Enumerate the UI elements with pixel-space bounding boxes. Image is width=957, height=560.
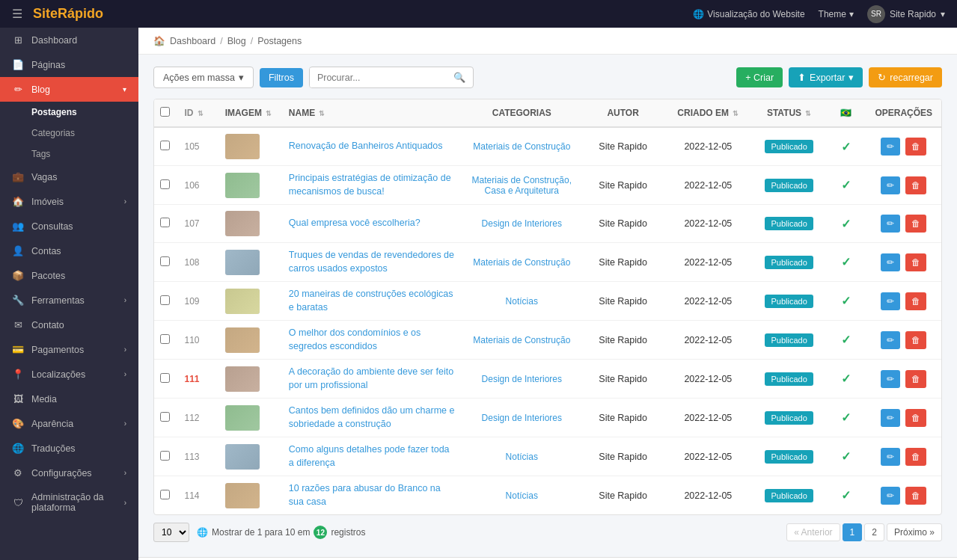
acoes-em-massa-button[interactable]: Ações em massa ▾ xyxy=(153,67,254,88)
edit-button-114[interactable]: ✏ xyxy=(881,487,900,505)
row-checkbox-106[interactable] xyxy=(160,179,170,189)
search-input[interactable] xyxy=(310,68,446,87)
sidebar-item-contas[interactable]: 👤 Contas xyxy=(0,239,138,263)
sidebar-item-aparencia[interactable]: 🎨 Aparência › xyxy=(0,411,138,436)
sidebar-item-traducoes[interactable]: 🌐 Traduções xyxy=(0,436,138,461)
post-name-link[interactable]: Renovação de Banheiros Antiquados xyxy=(289,141,443,151)
sidebar-item-consultas[interactable]: 👥 Consultas xyxy=(0,214,138,239)
delete-button-113[interactable]: 🗑 xyxy=(905,448,926,466)
page-size-select[interactable]: 10 25 50 xyxy=(153,523,189,542)
post-name-link[interactable]: A decoração do ambiente deve ser feito p… xyxy=(289,366,453,390)
select-all-checkbox[interactable] xyxy=(160,107,170,117)
sidebar-item-contato[interactable]: ✉ Contato xyxy=(0,313,138,337)
header-criado-em[interactable]: CRIADO EM ⇅ xyxy=(664,99,753,127)
delete-button-111[interactable]: 🗑 xyxy=(905,370,926,388)
delete-button-114[interactable]: 🗑 xyxy=(905,487,926,505)
edit-button-107[interactable]: ✏ xyxy=(881,215,900,233)
page-2-button[interactable]: 2 xyxy=(864,523,884,541)
sidebar-item-media[interactable]: 🖼 Media xyxy=(0,387,138,411)
row-checkbox-110[interactable] xyxy=(160,334,170,344)
sidebar-item-paginas[interactable]: 📄 Páginas xyxy=(0,52,138,77)
category-link[interactable]: Notícias xyxy=(467,296,576,307)
criar-button[interactable]: + Criar xyxy=(736,67,783,87)
post-name-link[interactable]: Qual empresa você escolheria? xyxy=(289,218,421,228)
row-flag-cell: ✓ xyxy=(825,437,866,476)
sidebar-item-configuracoes[interactable]: ⚙ Configurações › xyxy=(0,461,138,485)
sidebar-item-imoveis[interactable]: 🏠 Imóveis › xyxy=(0,189,138,214)
row-checkbox-113[interactable] xyxy=(160,451,170,461)
sidebar-item-pacotes[interactable]: 📦 Pacotes xyxy=(0,263,138,288)
post-name-link[interactable]: Truques de vendas de revendedores de car… xyxy=(289,250,454,274)
delete-button-106[interactable]: 🗑 xyxy=(905,176,926,194)
edit-button-113[interactable]: ✏ xyxy=(881,448,900,466)
sidebar-item-admin-plataforma[interactable]: 🛡 Administração da plataforma › xyxy=(0,485,138,520)
breadcrumb-dashboard[interactable]: Dashboard xyxy=(170,36,215,46)
row-checkbox-114[interactable] xyxy=(160,490,170,499)
delete-button-109[interactable]: 🗑 xyxy=(905,292,926,310)
breadcrumb-blog[interactable]: Blog xyxy=(227,36,246,46)
post-name-link[interactable]: Como alguns detalhes pode fazer toda a d… xyxy=(289,444,450,468)
category-link[interactable]: Design de Interiores xyxy=(467,413,576,423)
header-imagem[interactable]: IMAGEM ⇅ xyxy=(219,99,283,127)
sidebar-subitem-postagens[interactable]: Postagens xyxy=(31,102,138,123)
row-checkbox-108[interactable] xyxy=(160,256,170,266)
check-icon: ✓ xyxy=(841,179,851,191)
post-thumbnail xyxy=(225,211,260,236)
filtros-button[interactable]: Filtros xyxy=(260,68,303,87)
sidebar-subitem-tags[interactable]: Tags xyxy=(31,144,138,164)
recarregar-label: recarregar xyxy=(890,73,933,83)
page-1-button[interactable]: 1 xyxy=(843,523,863,541)
delete-button-112[interactable]: 🗑 xyxy=(905,409,926,427)
category-link[interactable]: Design de Interiores xyxy=(467,374,576,384)
recarregar-button[interactable]: ↻ recarregar xyxy=(869,67,942,87)
edit-button-108[interactable]: ✏ xyxy=(881,253,900,271)
post-name-link[interactable]: Cantos bem definidos dão um charme e sob… xyxy=(289,405,455,429)
delete-button-105[interactable]: 🗑 xyxy=(905,138,926,156)
search-button[interactable]: 🔍 xyxy=(446,67,473,87)
category-link[interactable]: Notícias xyxy=(467,490,576,501)
website-view-link[interactable]: 🌐 Visualização do Website xyxy=(693,9,804,19)
theme-button[interactable]: Theme ▾ xyxy=(819,9,854,19)
row-author-value: Site Rapido xyxy=(599,180,647,191)
edit-button-105[interactable]: ✏ xyxy=(881,138,900,156)
category-link[interactable]: Materiais de Construção xyxy=(467,335,576,345)
sidebar-item-ferramentas[interactable]: 🔧 Ferramentas › xyxy=(0,288,138,313)
header-id[interactable]: ID ⇅ xyxy=(178,99,218,127)
header-status[interactable]: STATUS ⇅ xyxy=(753,99,825,127)
row-checkbox-107[interactable] xyxy=(160,218,170,227)
category-link[interactable]: Materiais de Construção, Casa e Arquitet… xyxy=(467,175,576,196)
sidebar-subitem-categorias[interactable]: Categorias xyxy=(31,123,138,144)
post-name-link[interactable]: 20 maneiras de construções ecológicas e … xyxy=(289,289,453,313)
row-checkbox-111[interactable] xyxy=(160,373,170,383)
edit-button-106[interactable]: ✏ xyxy=(881,176,900,194)
sidebar-item-localizacoes[interactable]: 📍 Localizações › xyxy=(0,362,138,387)
row-checkbox-112[interactable] xyxy=(160,412,170,422)
category-link[interactable]: Materiais de Construção xyxy=(467,257,576,268)
sidebar-item-pagamentos[interactable]: 💳 Pagamentos › xyxy=(0,337,138,362)
prev-page-button[interactable]: « Anterior xyxy=(786,523,840,541)
row-checkbox-105[interactable] xyxy=(160,141,170,150)
edit-button-110[interactable]: ✏ xyxy=(881,331,900,349)
edit-button-111[interactable]: ✏ xyxy=(881,370,900,388)
edit-button-109[interactable]: ✏ xyxy=(881,292,900,310)
post-name-link[interactable]: Principais estratégias de otimização de … xyxy=(289,173,451,197)
exportar-button[interactable]: ⬆ Exportar ▾ xyxy=(789,67,863,87)
header-name[interactable]: NAME ⇅ xyxy=(283,99,461,127)
delete-button-107[interactable]: 🗑 xyxy=(905,215,926,233)
hamburger-icon[interactable]: ☰ xyxy=(12,7,22,21)
delete-button-110[interactable]: 🗑 xyxy=(905,331,926,349)
category-link[interactable]: Notícias xyxy=(467,452,576,462)
sidebar-item-blog[interactable]: ✏ Blog ▾ xyxy=(0,77,138,102)
post-name-link[interactable]: O melhor dos condomínios e os segredos e… xyxy=(289,327,421,351)
sidebar-item-vagas[interactable]: 💼 Vagas xyxy=(0,164,138,189)
user-menu-button[interactable]: SR Site Rapido ▾ xyxy=(867,5,945,23)
post-name-link[interactable]: 10 razões para abusar do Branco na sua c… xyxy=(289,483,441,507)
row-checkbox-109[interactable] xyxy=(160,295,170,305)
table-row: 108 Truques de vendas de revendedores de… xyxy=(154,243,941,282)
edit-button-112[interactable]: ✏ xyxy=(881,409,900,427)
sidebar-item-dashboard[interactable]: ⊞ Dashboard xyxy=(0,28,138,52)
category-link[interactable]: Materiais de Construção xyxy=(467,141,576,152)
delete-button-108[interactable]: 🗑 xyxy=(905,253,926,271)
next-page-button[interactable]: Próximo » xyxy=(887,523,942,541)
category-link[interactable]: Design de Interiores xyxy=(467,218,576,229)
